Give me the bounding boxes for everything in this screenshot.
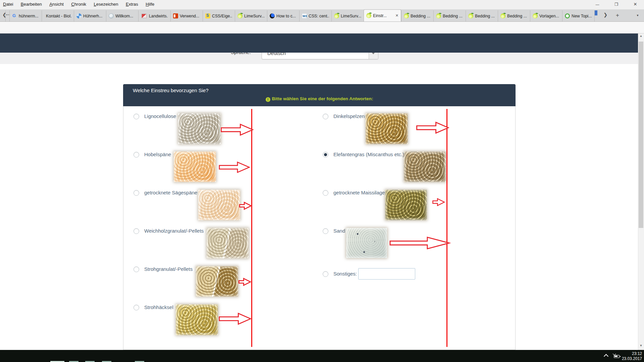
sonstiges-input[interactable] bbox=[358, 268, 415, 280]
option-label[interactable]: Dinkelspelzen bbox=[333, 113, 365, 119]
survey-header: Einstreumaterialien in der Geflügelwirts… bbox=[0, 34, 644, 53]
tab[interactable]: Bedding ... bbox=[466, 10, 498, 21]
menu-bearbeiten[interactable]: Bearbeiten bbox=[18, 0, 45, 7]
tab[interactable]: New Topi... bbox=[562, 10, 594, 21]
minimize-button[interactable] bbox=[589, 0, 606, 9]
radio-strohgranulat[interactable] bbox=[133, 266, 139, 272]
tab[interactable]: CSS/Eige... bbox=[203, 10, 235, 21]
limesurvey-favicon bbox=[237, 13, 243, 18]
tab[interactable]: Willkom... bbox=[106, 10, 138, 21]
tab[interactable]: How to c... bbox=[267, 10, 299, 21]
list-all-tabs-icon[interactable]: ▾ bbox=[634, 13, 641, 17]
tab[interactable]: Landwirts... bbox=[138, 10, 170, 21]
scroll-tabs-right-icon[interactable]: ❯ bbox=[602, 12, 609, 17]
radio-weichholzgranulat[interactable] bbox=[133, 228, 139, 234]
clock-date: 23.03.2017 bbox=[614, 356, 642, 361]
radio-sand[interactable] bbox=[323, 228, 328, 234]
menu-hilfe[interactable]: Hilfe bbox=[143, 0, 157, 7]
taskbar-clock[interactable]: 23:12 23.03.2017 bbox=[614, 351, 642, 361]
tab-active[interactable]: Einstr... bbox=[364, 9, 401, 21]
saegespaene-photo bbox=[198, 190, 240, 220]
menu-lesezeichen[interactable]: Lesezeichen bbox=[91, 0, 121, 7]
limesurvey-favicon bbox=[500, 13, 505, 18]
new-tab-icon[interactable]: + bbox=[614, 12, 621, 19]
maximize-button[interactable] bbox=[608, 0, 625, 9]
menu-extras[interactable]: Extras bbox=[123, 0, 141, 7]
red-arrow-icon bbox=[239, 201, 252, 210]
tab[interactable]: Hühnerh... bbox=[74, 10, 106, 21]
close-button[interactable] bbox=[627, 0, 644, 9]
option-label[interactable]: getrocknete Maissilage bbox=[333, 190, 385, 195]
menu-datei[interactable]: Datei bbox=[0, 0, 16, 7]
option-label[interactable]: Elefantengras (Miscanthus etc.) bbox=[333, 152, 404, 157]
weichholzgranulat-photo bbox=[207, 228, 249, 258]
red-annotation-line-left bbox=[251, 109, 252, 347]
tab[interactable]: Verwend... bbox=[170, 10, 203, 21]
radio-elefantengras-selected[interactable] bbox=[323, 152, 328, 158]
tab[interactable]: Bedding ... bbox=[433, 10, 466, 21]
tab[interactable]: Bedding ... bbox=[498, 10, 530, 21]
menu-chronik[interactable]: Chronik bbox=[68, 0, 89, 7]
tab[interactable]: LimeSurv... bbox=[235, 10, 267, 21]
radio-dinkelspelzen[interactable] bbox=[323, 114, 328, 119]
window-controls bbox=[589, 0, 644, 9]
taskbar bbox=[0, 350, 644, 362]
red-arrow-icon bbox=[220, 123, 254, 136]
limesurvey-favicon bbox=[533, 13, 538, 18]
scrollbar-thumb[interactable] bbox=[639, 42, 643, 228]
menu-bar: Datei Bearbeiten Ansicht Chronik Lesezei… bbox=[0, 0, 644, 9]
selfhtml-favicon bbox=[205, 13, 210, 18]
office-favicon bbox=[173, 13, 178, 18]
option-label[interactable]: Strohhäcksel bbox=[144, 304, 173, 310]
red-arrow-icon bbox=[219, 312, 252, 325]
radio-sonstiges[interactable] bbox=[323, 271, 328, 277]
option-label[interactable]: Lignocellulose bbox=[144, 113, 176, 119]
dinkelspelzen-photo bbox=[366, 113, 408, 144]
limesurvey-favicon bbox=[468, 13, 473, 18]
red-arrow-icon bbox=[238, 278, 252, 286]
tab[interactable]: Vorlagen... bbox=[530, 10, 562, 21]
blue-favicon bbox=[595, 10, 597, 15]
tab[interactable]: hühnerm... bbox=[9, 10, 42, 21]
option-label[interactable]: Strohgranulat/-Pellets bbox=[144, 266, 193, 272]
radio-saegespaene[interactable] bbox=[133, 190, 139, 196]
strohgranulat-photo bbox=[196, 266, 238, 297]
hobelspaene-photo bbox=[174, 152, 216, 182]
tab[interactable]: Bedding ... bbox=[401, 10, 433, 21]
clock-time: 23:12 bbox=[614, 351, 642, 356]
option-label[interactable]: Sand bbox=[333, 228, 345, 234]
question-hint: !Bitte wählen Sie eine der folgenden Ant… bbox=[123, 96, 516, 102]
pinwheel-favicon bbox=[76, 13, 82, 18]
option-label[interactable]: Weichholzgranulat/-Pellets bbox=[144, 228, 204, 234]
navigation-toolbar bbox=[0, 21, 644, 34]
red-arrow-icon bbox=[218, 161, 251, 173]
load-saved-survey-link[interactable]: Zwischengespeicherte Umfrage laden bbox=[430, 74, 512, 79]
option-label[interactable]: Sonstiges: bbox=[333, 271, 357, 277]
lignocellulose-photo bbox=[178, 113, 221, 144]
crest-favicon bbox=[142, 14, 147, 18]
tab-close-icon[interactable] bbox=[395, 13, 398, 18]
tab[interactable]: CSS: cent... bbox=[299, 10, 331, 21]
option-label[interactable]: Hobelspäne bbox=[144, 152, 171, 157]
question-title: Welche Einstreu bevorzugen Sie? bbox=[133, 87, 209, 93]
scrollbar-up-icon[interactable]: ▲ bbox=[638, 34, 644, 38]
green-ring-favicon bbox=[565, 13, 570, 18]
radio-lignocellulose[interactable] bbox=[133, 114, 139, 119]
limesurvey-favicon bbox=[366, 13, 371, 18]
question-header: Welche Einstreu bevorzugen Sie? !Bitte w… bbox=[123, 84, 516, 106]
tab[interactable]: LimeSurv... bbox=[331, 10, 364, 21]
strohhaecksel-photo bbox=[176, 304, 218, 335]
option-label[interactable]: getrocknete Sägespäne bbox=[144, 190, 197, 195]
clipped-tab[interactable] bbox=[594, 10, 600, 21]
google-favicon bbox=[12, 13, 17, 18]
tab[interactable]: Kontakt - Biol... bbox=[42, 10, 74, 21]
sand-photo bbox=[346, 228, 387, 258]
red-arrow-icon bbox=[389, 236, 451, 250]
scrollbar-down-icon[interactable]: ▼ bbox=[638, 344, 644, 347]
radio-strohhaecksel[interactable] bbox=[133, 305, 139, 310]
w3-favicon bbox=[302, 13, 307, 18]
radio-maissilage[interactable] bbox=[323, 190, 328, 196]
menu-ansicht[interactable]: Ansicht bbox=[46, 0, 67, 7]
radio-hobelspaene[interactable] bbox=[133, 152, 139, 158]
elefantengras-photo bbox=[404, 152, 446, 182]
